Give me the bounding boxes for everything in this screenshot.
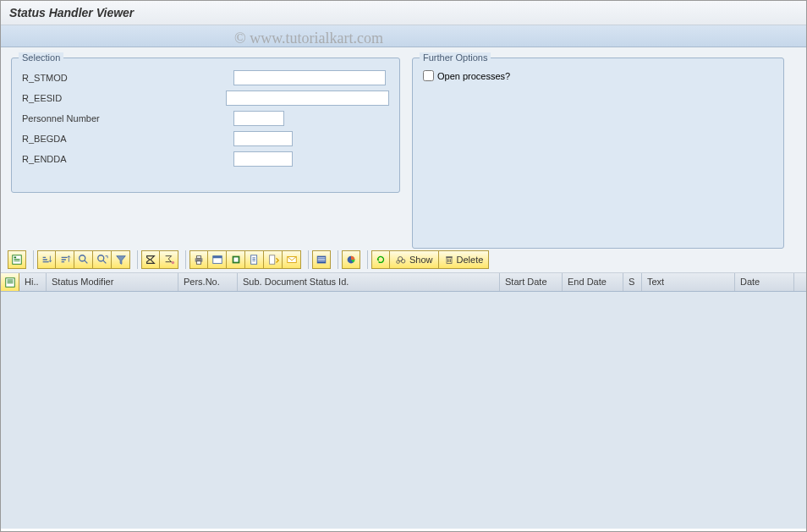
select-all-button[interactable]	[1, 273, 19, 291]
open-processes-label: Open processes?	[437, 71, 510, 81]
col-pers-no[interactable]: Pers.No.	[178, 273, 238, 291]
begda-input[interactable]	[233, 131, 293, 146]
svg-rect-3	[14, 261, 20, 261]
eesid-label: R_EESID	[22, 93, 226, 103]
begda-label: R_BEGDA	[22, 134, 233, 144]
svg-rect-16	[252, 259, 255, 260]
further-options-panel: Further Options Open processes?	[412, 58, 784, 249]
result-grid: Hi.. Status Modifier Pers.No. Sub. Docum…	[1, 272, 806, 529]
svg-rect-22	[318, 259, 326, 260]
layout-button[interactable]	[312, 250, 331, 269]
svg-rect-21	[318, 257, 326, 258]
open-processes-checkbox[interactable]	[423, 70, 434, 81]
svg-rect-29	[446, 256, 453, 258]
svg-rect-2	[14, 259, 20, 260]
svg-rect-31	[7, 279, 13, 280]
pernr-input[interactable]	[233, 111, 284, 126]
mail-button[interactable]	[283, 250, 301, 269]
col-text[interactable]: Text	[642, 273, 735, 291]
graphic-button[interactable]	[342, 250, 360, 269]
export-button[interactable]	[227, 250, 245, 269]
subtotal-button[interactable]	[160, 250, 178, 269]
svg-rect-8	[196, 256, 200, 259]
filter-button[interactable]	[112, 250, 130, 269]
grid-body-empty	[1, 292, 806, 529]
svg-rect-15	[252, 257, 255, 258]
delete-button-label: Delete	[457, 255, 484, 265]
col-status-modifier[interactable]: Status Modifier	[47, 273, 178, 291]
show-button[interactable]: Show	[390, 250, 439, 269]
col-sub-doc[interactable]: Sub. Document Status Id.	[238, 273, 500, 291]
col-date[interactable]: Date	[735, 273, 794, 291]
delete-button[interactable]: Delete	[439, 250, 490, 269]
svg-rect-1	[14, 257, 17, 259]
show-button-label: Show	[409, 255, 433, 265]
col-hi[interactable]: Hi..	[19, 273, 47, 291]
svg-rect-11	[212, 256, 222, 259]
page-title: Status Handler Viewer	[1, 1, 806, 25]
content-area: Selection R_STMOD R_EESID Personnel Numb…	[1, 47, 806, 250]
col-s[interactable]: S	[623, 273, 642, 291]
svg-rect-23	[318, 261, 326, 261]
stmod-label: R_STMOD	[22, 73, 233, 83]
selection-legend: Selection	[19, 52, 63, 63]
find-button[interactable]	[74, 250, 93, 269]
pernr-label: Personnel Number	[22, 113, 233, 123]
find-next-button[interactable]	[93, 250, 112, 269]
endda-label: R_ENDDA	[22, 154, 233, 164]
svg-point-27	[401, 260, 404, 263]
alv-toolbar: Show Delete	[1, 250, 806, 272]
svg-rect-33	[7, 282, 13, 283]
svg-rect-18	[269, 255, 274, 265]
refresh-button[interactable]	[371, 250, 390, 269]
view-button[interactable]	[208, 250, 227, 269]
svg-point-26	[397, 261, 400, 264]
svg-point-4	[79, 255, 85, 261]
eesid-input[interactable]	[226, 90, 389, 106]
local-file-button[interactable]	[264, 250, 283, 269]
svg-rect-13	[233, 257, 238, 261]
selection-panel: Selection R_STMOD R_EESID Personnel Numb…	[11, 58, 400, 193]
endda-input[interactable]	[233, 151, 293, 167]
sort-asc-button[interactable]	[37, 250, 56, 269]
app-toolbar-empty	[1, 25, 806, 47]
sort-desc-button[interactable]	[56, 250, 74, 269]
svg-rect-9	[196, 261, 200, 265]
details-button[interactable]	[8, 250, 26, 269]
options-legend: Further Options	[420, 52, 491, 63]
total-button[interactable]	[141, 250, 160, 269]
word-button[interactable]	[245, 250, 264, 269]
print-button[interactable]	[189, 250, 208, 269]
grid-header: Hi.. Status Modifier Pers.No. Sub. Docum…	[1, 273, 806, 292]
col-start-date[interactable]: Start Date	[500, 273, 563, 291]
col-end-date[interactable]: End Date	[563, 273, 623, 291]
svg-point-6	[171, 261, 174, 265]
svg-rect-32	[7, 281, 13, 282]
svg-point-5	[97, 255, 103, 261]
stmod-input[interactable]	[233, 70, 386, 85]
svg-rect-17	[252, 261, 255, 261]
